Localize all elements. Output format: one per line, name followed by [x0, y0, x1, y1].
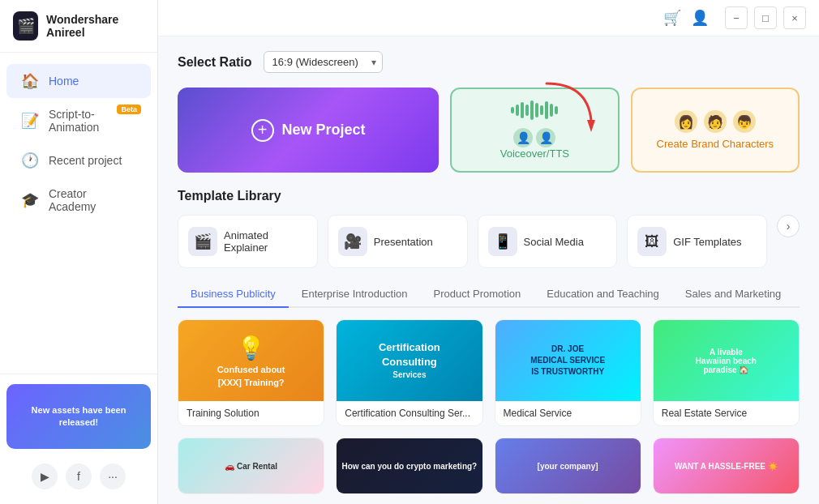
template-thumb: WANT A HASSLE-FREE ☀️ — [654, 438, 799, 493]
gif-templates-icon: 🖼 — [637, 227, 667, 256]
sidebar-item-label: Recent project — [49, 154, 122, 167]
template-type-social-media[interactable]: 📱 Social Media — [478, 215, 618, 268]
sidebar-banner-text: New assets have been released! — [16, 404, 141, 429]
new-project-button[interactable]: + New Project — [178, 88, 439, 173]
template-caption: Medical Service — [495, 401, 641, 425]
avatar-2: 👤 — [536, 128, 555, 147]
template-thumb: 🚗 Car Rental — [178, 438, 324, 493]
thumb-text: 🚗 Car Rental — [225, 462, 277, 471]
brand-icons: 👩 🧑 👦 — [675, 110, 756, 133]
template-caption: Real Estate Service — [654, 401, 799, 425]
profile-icon[interactable]: 👤 — [691, 9, 709, 27]
thumb-text: How can you do crypto marketing? — [339, 459, 481, 474]
waveform-bar — [540, 105, 543, 115]
youtube-button[interactable]: ▶ — [32, 463, 58, 489]
cart-icon[interactable]: 🛒 — [663, 9, 681, 27]
voiceover-avatars: 👤 👤 — [513, 128, 555, 147]
template-type-gif-templates[interactable]: 🖼 GIF Templates — [627, 215, 767, 268]
brand-icon-2: 🧑 — [704, 110, 727, 133]
close-button[interactable]: × — [783, 6, 806, 29]
maximize-button[interactable]: □ — [754, 6, 777, 29]
ratio-label: Select Ratio — [178, 55, 252, 70]
template-library-title: Template Library — [178, 189, 800, 203]
template-type-label: Animated Explainer — [217, 229, 307, 254]
template-thumb: A livableHawaiian beachparadise 🏠 — [654, 320, 799, 401]
template-card-real-estate-service[interactable]: A livableHawaiian beachparadise 🏠 Real E… — [653, 319, 800, 426]
beta-badge: Beta — [117, 105, 141, 114]
sidebar: 🎬 Wondershare Anireel 🏠 Home 📝 Script-to… — [0, 0, 158, 504]
presentation-icon: 🎥 — [338, 227, 367, 256]
waveform-bar — [550, 104, 553, 117]
academy-icon: 🎓 — [21, 191, 39, 209]
waveform-bar — [525, 105, 529, 116]
minimize-button[interactable]: − — [725, 6, 748, 29]
new-project-label: New Project — [282, 122, 366, 139]
window-controls: − □ × — [725, 6, 806, 29]
sidebar-item-creator-academy[interactable]: 🎓 Creator Academy — [6, 179, 151, 221]
sidebar-item-script-to-animation[interactable]: 📝 Script-to-Animation Beta — [6, 100, 151, 142]
thumb-text: A livableHawaiian beachparadise 🏠 — [689, 341, 763, 381]
brand-card[interactable]: 👩 🧑 👦 Create Brand Characters — [631, 88, 800, 173]
tab-product-promotion[interactable]: Product Promotion — [421, 281, 534, 308]
template-thumb: DR. JOEMEDICAL SERVICEIS TRUSTWORTHY — [495, 320, 641, 401]
sidebar-item-recent-project[interactable]: 🕐 Recent project — [6, 143, 151, 177]
template-thumb: How can you do crypto marketing? — [337, 438, 482, 493]
waveform — [511, 100, 558, 120]
ratio-row: Select Ratio 16:9 (Widescreen) 9:16 (Por… — [178, 51, 800, 73]
app-logo: 🎬 — [13, 11, 38, 41]
sidebar-social: ▶ f ··· — [6, 459, 151, 494]
voiceover-card[interactable]: 👤 👤 Voiceover/TTS — [450, 88, 619, 173]
template-thumb: 💡 Confused about[XXX] Training? — [178, 320, 324, 401]
app-header: 🎬 Wondershare Anireel — [0, 0, 157, 53]
tab-sales-and-marketing[interactable]: Sales and Marketing — [672, 281, 795, 308]
brand-icon-3: 👦 — [733, 110, 756, 133]
app-logo-icon: 🎬 — [17, 17, 35, 35]
thumb-text: [your company] — [538, 462, 598, 471]
template-type-label: Social Media — [517, 236, 607, 248]
avatar-1: 👤 — [513, 128, 533, 147]
template-card-company[interactable]: [your company] — [495, 438, 641, 494]
home-icon: 🏠 — [21, 72, 39, 90]
ratio-select-wrap: 16:9 (Widescreen) 9:16 (Portrait) 1:1 (S… — [264, 51, 383, 73]
template-card-medical-service[interactable]: DR. JOEMEDICAL SERVICEIS TRUSTWORTHY Med… — [495, 319, 641, 426]
template-card-training-solution[interactable]: 💡 Confused about[XXX] Training? Training… — [178, 319, 324, 426]
template-card-certification-consulting[interactable]: CertificationConsultingServices Certific… — [336, 319, 482, 426]
template-type-animated-explainer[interactable]: 🎬 Animated Explainer — [178, 215, 318, 268]
clock-icon: 🕐 — [21, 152, 39, 169]
sidebar-item-home[interactable]: 🏠 Home — [6, 64, 151, 98]
waveform-bar — [511, 107, 514, 113]
titlebar: 🛒 👤 − □ × — [158, 0, 819, 36]
waveform-bar — [545, 101, 548, 119]
template-library: Template Library 🎬 Animated Explainer 🎥 … — [178, 189, 800, 494]
template-thumb: [your company] — [495, 438, 641, 493]
content-area: Select Ratio 16:9 (Widescreen) 9:16 (Por… — [158, 36, 819, 504]
main-content: 🛒 👤 − □ × Select Ratio 16:9 (Widescreen)… — [158, 0, 819, 504]
template-nav-next-button[interactable]: › — [777, 215, 800, 237]
social-media-icon: 📱 — [488, 227, 517, 256]
script-icon: 📝 — [21, 112, 39, 130]
template-caption: Training Solution — [178, 401, 324, 425]
facebook-button[interactable]: f — [66, 463, 92, 489]
waveform-bar — [530, 100, 534, 120]
waveform-bar — [535, 103, 538, 117]
waveform-bar — [521, 102, 524, 118]
template-card-car-rental[interactable]: 🚗 Car Rental — [178, 438, 324, 494]
more-button[interactable]: ··· — [100, 463, 126, 489]
sidebar-banner: New assets have been released! — [6, 384, 151, 449]
thumb-text: CertificationConsultingServices — [372, 334, 447, 387]
template-types-row: 🎬 Animated Explainer 🎥 Presentation 📱 So… — [178, 215, 800, 268]
template-card-crypto[interactable]: How can you do crypto marketing? — [336, 438, 482, 494]
tab-education-and-teaching[interactable]: Education and Teaching — [534, 281, 672, 308]
template-type-label: GIF Templates — [667, 236, 757, 248]
template-caption: Certification Consulting Ser... — [337, 401, 482, 425]
brand-icon-1: 👩 — [675, 110, 697, 133]
tab-enterprise-introduction[interactable]: Enterprise Introduction — [289, 281, 421, 308]
action-cards-row: + New Project 👤 👤 — [178, 88, 800, 173]
template-card-hassle-free[interactable]: WANT A HASSLE-FREE ☀️ — [653, 438, 800, 494]
animated-explainer-icon: 🎬 — [188, 227, 217, 256]
brand-label: Create Brand Characters — [657, 138, 774, 150]
tab-business-publicity[interactable]: Business Publicity — [178, 281, 289, 308]
template-type-presentation[interactable]: 🎥 Presentation — [328, 215, 468, 268]
ratio-select[interactable]: 16:9 (Widescreen) 9:16 (Portrait) 1:1 (S… — [264, 51, 383, 73]
template-type-label: Presentation — [367, 236, 457, 248]
